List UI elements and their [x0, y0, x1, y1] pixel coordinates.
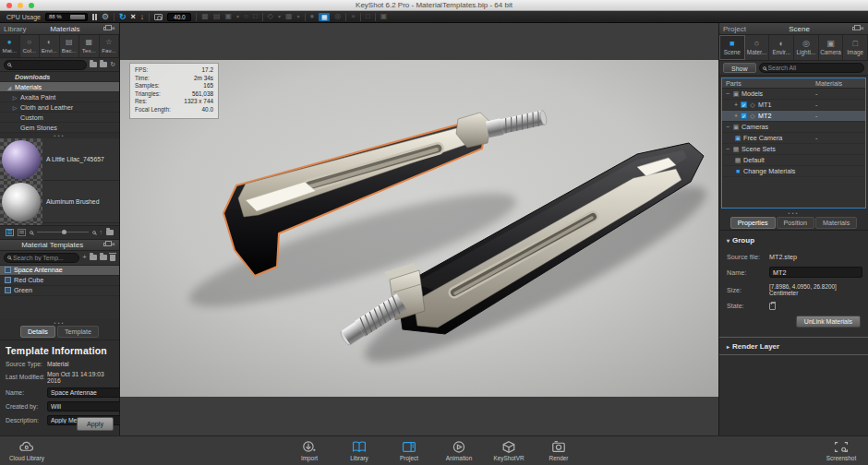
tab-material[interactable]: ○Mater...	[745, 35, 770, 60]
align-icon[interactable]: ▦	[285, 12, 293, 21]
open-folder-icon[interactable]	[106, 230, 114, 235]
tab-scene[interactable]: ■Scene	[719, 35, 745, 60]
tree-item-custom[interactable]: Custom	[0, 113, 119, 123]
tree-item-downloads[interactable]: Downloads	[0, 72, 119, 82]
tab-environment[interactable]: ◐Envir...	[769, 35, 794, 60]
zoom-out-icon[interactable]	[30, 231, 33, 234]
screenshot-button[interactable]: Screenshot	[816, 440, 866, 461]
material-item-aluminum-brushed[interactable]: Aluminum Brushed	[0, 181, 119, 223]
export-template-icon[interactable]	[100, 255, 107, 260]
keyshotvr-button[interactable]: KeyShotVR	[484, 440, 534, 461]
dropdown-caret-icon[interactable]: ▾	[278, 12, 281, 21]
unlink-materials-button[interactable]: UnLink Materials	[796, 316, 861, 328]
material-item-lilac[interactable]: A Little Lilac_745657	[0, 138, 119, 181]
visibility-checkbox[interactable]: ✓	[741, 113, 747, 119]
render-button[interactable]: Render	[534, 440, 584, 461]
import-folder-icon[interactable]	[90, 62, 97, 67]
new-folder-icon[interactable]	[100, 62, 107, 67]
tree-item-axalta-paint[interactable]: ▷Axalta Paint	[0, 92, 119, 102]
state-lock-icon[interactable]	[769, 303, 776, 310]
import-button[interactable]: Import	[284, 440, 334, 461]
cpu-usage-slider[interactable]: 88 %	[45, 13, 88, 21]
scene-item-scene-sets[interactable]: − ▦ Scene Sets	[722, 144, 865, 155]
library-search-box[interactable]	[4, 60, 87, 70]
expanded-icon[interactable]: ◢	[6, 84, 12, 90]
tab-properties[interactable]: Properties	[730, 217, 776, 229]
list-view-icon[interactable]	[6, 229, 14, 236]
tree-item-materials[interactable]: ◢Materials	[0, 82, 119, 92]
scene-item-mt2[interactable]: + ✓ ◇ MT2 -	[722, 111, 865, 122]
tab-materials[interactable]: ●Mat...	[0, 35, 20, 57]
scene-item-change-materials[interactable]: ■ Change Materials	[722, 166, 865, 177]
tab-environments[interactable]: ◐Envi...	[40, 35, 60, 57]
pause-render-icon[interactable]	[92, 14, 97, 20]
tree-item-cloth-and-leather[interactable]: ▷Cloth and Leather	[0, 102, 119, 113]
cpu-slider-thumb[interactable]	[70, 15, 85, 19]
scene-item-mt1[interactable]: + ✓ ◇ MT1 -	[722, 100, 865, 111]
reset-camera-icon[interactable]: ↻	[119, 12, 127, 21]
dropdown-caret-icon[interactable]: ▾	[296, 12, 299, 21]
collapse-icon[interactable]: −	[726, 124, 732, 130]
mirror-icon[interactable]: ▣	[224, 12, 232, 21]
part-name-field[interactable]	[769, 267, 862, 278]
expand-icon[interactable]: +	[734, 101, 741, 108]
upload-icon[interactable]: ↑	[100, 229, 103, 235]
scene-item-models[interactable]: − ▣ Models -	[722, 89, 865, 100]
thumbnail-size-slider[interactable]	[37, 232, 89, 232]
undo-icon[interactable]: ○	[244, 12, 248, 21]
collapsed-icon[interactable]: ▷	[12, 94, 18, 101]
project-toggle-button[interactable]: Project	[384, 440, 434, 461]
visibility-checkbox[interactable]: ✓	[741, 101, 747, 108]
add-geometry-icon[interactable]: ▦	[201, 12, 209, 21]
collapsed-icon[interactable]: ▷	[12, 104, 18, 111]
tab-favorites[interactable]: ☆Fav...	[100, 35, 120, 57]
templates-search-box[interactable]	[4, 253, 79, 263]
duplicate-icon[interactable]: ▤	[213, 12, 221, 21]
scale-tool-icon[interactable]: ×	[351, 12, 356, 21]
library-search-input[interactable]	[13, 62, 83, 68]
selection-mode-icon[interactable]: ▦	[319, 13, 330, 21]
collapse-icon[interactable]: −	[726, 90, 732, 97]
geometry-view-icon[interactable]: ◎	[334, 12, 341, 21]
tab-lighting[interactable]: ◎Lighti...	[794, 35, 819, 60]
render-layer-section-header[interactable]: ▸ Render Layer	[719, 338, 868, 355]
expand-icon[interactable]: +	[734, 113, 741, 119]
templates-search-input[interactable]	[13, 255, 76, 261]
library-toggle-button[interactable]: Library	[334, 440, 384, 461]
scene-item-free-camera[interactable]: ▣ Free Camera -	[722, 133, 865, 144]
apply-button[interactable]: Apply	[77, 417, 114, 431]
tab-details[interactable]: Details	[20, 326, 55, 338]
scene-item-cameras[interactable]: − ▣ Cameras	[722, 122, 865, 133]
tree-item-gem-stones[interactable]: Gem Stones	[0, 123, 119, 133]
drop-object-icon[interactable]: ↓	[140, 12, 145, 21]
grid-view-icon[interactable]	[18, 229, 26, 236]
move-tool-icon[interactable]: ×	[131, 12, 136, 21]
animation-button[interactable]: Animation	[434, 440, 484, 461]
tab-template[interactable]: Template	[57, 326, 99, 338]
zoom-window-button[interactable]	[29, 3, 34, 8]
tab-position[interactable]: Position	[777, 217, 815, 229]
realtime-viewport[interactable]: FPS:17.2 Time:2m 34s Samples:165 Triangl…	[120, 23, 718, 435]
delete-template-icon[interactable]	[110, 255, 115, 261]
scene-item-default[interactable]: ▦ Default	[722, 155, 865, 166]
display-icon[interactable]: □	[366, 12, 370, 21]
minimize-window-button[interactable]	[18, 3, 23, 8]
tab-image[interactable]: □Image	[843, 35, 868, 60]
focal-length-field[interactable]: 40.0	[167, 13, 191, 21]
redo-icon[interactable]: □	[253, 12, 258, 21]
snap-icon[interactable]: ◇	[268, 12, 273, 21]
dropdown-caret-icon[interactable]: ▾	[236, 12, 239, 21]
camera-icon[interactable]	[154, 14, 163, 20]
group-section-header[interactable]: ▾Group	[727, 236, 861, 244]
material-tool-icon[interactable]: ●	[310, 12, 315, 21]
zoom-in-icon[interactable]	[92, 231, 96, 234]
detach-panel-icon[interactable]	[852, 27, 857, 30]
scene-search-input[interactable]	[768, 65, 861, 71]
show-button[interactable]: Show	[723, 63, 756, 73]
realtime-settings-icon[interactable]: ⚙	[102, 12, 109, 21]
slider-thumb[interactable]	[62, 230, 66, 234]
detach-panel-icon[interactable]	[103, 27, 108, 30]
tab-backplates[interactable]: ▤Bac...	[60, 35, 80, 57]
presentation-icon[interactable]: ▣	[380, 12, 388, 21]
tab-camera[interactable]: ▣Camera	[819, 35, 844, 60]
